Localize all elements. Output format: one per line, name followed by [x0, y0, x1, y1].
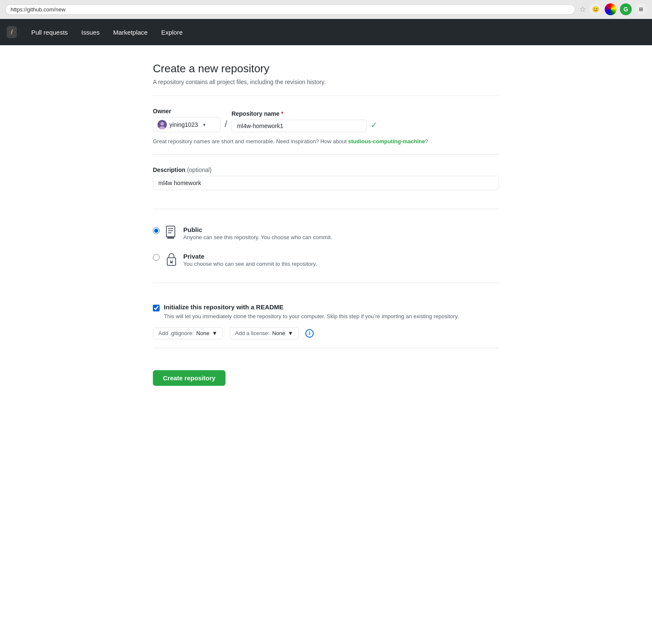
visibility-section: Public Anyone can see this repository. Y…	[153, 221, 499, 274]
navbar-marketplace[interactable]: Marketplace	[107, 25, 154, 39]
gitignore-arrow: ▼	[212, 330, 217, 336]
navbar-pull-requests[interactable]: Pull requests	[25, 25, 74, 39]
svg-rect-3	[166, 226, 175, 237]
navbar: / Pull requests Issues Marketplace Explo…	[0, 19, 652, 45]
repo-name-input[interactable]	[231, 120, 367, 132]
public-title: Public	[183, 226, 332, 233]
optional-label: (optional)	[187, 166, 212, 173]
public-visibility-text: Public Anyone can see this repository. Y…	[183, 226, 332, 240]
private-title: Private	[183, 253, 317, 260]
suggestion-text: Great repository names are short and mem…	[153, 137, 499, 146]
browser-icons: ☆ 😐 G ⊞	[579, 3, 647, 15]
license-label: Add a license:	[235, 330, 270, 336]
url-bar[interactable]: https://github.com/new	[5, 4, 575, 15]
emoji-icon[interactable]: 😐	[590, 3, 601, 15]
bookmark-icon[interactable]: ☆	[579, 5, 586, 14]
initialize-title: Initialize this repository with a README	[164, 303, 459, 311]
public-icon	[165, 225, 178, 243]
repo-name-field-group: Repository name*	[231, 110, 367, 132]
slash-separator: /	[225, 119, 227, 132]
owner-repo-row: Owner yining1023 ▼ / Reposit	[153, 108, 499, 132]
owner-avatar	[158, 120, 167, 129]
owner-name: yining1023	[169, 121, 198, 128]
owner-dropdown[interactable]: yining1023 ▼	[153, 117, 220, 132]
svg-rect-7	[167, 236, 174, 239]
owner-dropdown-arrow: ▼	[202, 123, 206, 127]
divider-top	[153, 96, 499, 96]
public-option: Public Anyone can see this repository. Y…	[153, 221, 499, 248]
initialize-text: Initialize this repository with a README…	[164, 303, 459, 321]
svg-point-1	[160, 122, 164, 126]
description-input[interactable]	[153, 176, 499, 190]
public-desc: Anyone can see this repository. You choo…	[183, 234, 332, 240]
repo-name-label: Repository name*	[231, 110, 367, 117]
browser-chrome: https://github.com/new ☆ 😐 G ⊞	[0, 0, 652, 19]
license-dropdown[interactable]: Add a license: None ▼	[230, 327, 299, 339]
description-field-group: Description (optional)	[153, 166, 499, 200]
public-radio[interactable]	[153, 227, 160, 234]
private-desc: You choose who can see and commit to thi…	[183, 261, 317, 267]
owner-field-group: Owner yining1023 ▼	[153, 108, 220, 132]
required-star: *	[281, 110, 283, 117]
svg-point-10	[171, 260, 172, 262]
navbar-links: Pull requests Issues Marketplace Explore	[25, 25, 189, 39]
license-value: None	[272, 330, 285, 336]
dropdowns-row: Add .gitignore: None ▼ Add a license: No…	[153, 327, 499, 339]
create-repository-button[interactable]: Create repository	[153, 370, 225, 386]
divider-visibility	[153, 209, 499, 209]
initialize-desc: This will let you immediately clone the …	[164, 312, 459, 321]
rainbow-icon[interactable]	[605, 3, 617, 15]
divider-initialize	[153, 283, 499, 283]
description-label: Description (optional)	[153, 166, 499, 173]
info-icon[interactable]: i	[305, 329, 314, 338]
navbar-issues[interactable]: Issues	[76, 25, 106, 39]
extension-icon[interactable]: ⊞	[635, 3, 647, 15]
private-option: Private You choose who can see and commi…	[153, 248, 499, 274]
navbar-explore[interactable]: Explore	[155, 25, 189, 39]
private-icon	[165, 252, 178, 269]
gitignore-label: Add .gitignore:	[158, 330, 194, 336]
initialize-option: Initialize this repository with a README…	[153, 303, 499, 321]
private-radio[interactable]	[153, 254, 160, 261]
gitignore-dropdown[interactable]: Add .gitignore: None ▼	[153, 327, 223, 339]
private-visibility-text: Private You choose who can see and commi…	[183, 253, 317, 267]
license-arrow: ▼	[288, 330, 293, 336]
initialize-section: Initialize this repository with a README…	[153, 295, 499, 340]
check-icon: ✓	[371, 120, 377, 132]
main-content: Create a new repository A repository con…	[136, 45, 516, 644]
initialize-checkbox[interactable]	[153, 305, 160, 311]
page-title: Create a new repository	[153, 62, 499, 75]
owner-label: Owner	[153, 108, 220, 115]
page-wrapper: Create a new repository A repository con…	[0, 45, 652, 644]
navbar-logo[interactable]: /	[7, 26, 17, 38]
divider-description	[153, 154, 499, 155]
suggestion-link[interactable]: studious-computing-machine	[348, 138, 425, 145]
divider-bottom	[153, 348, 499, 348]
page-subtitle: A repository contains all project files,…	[153, 79, 499, 85]
gitignore-value: None	[196, 330, 209, 336]
profile-icon[interactable]: G	[620, 3, 632, 15]
